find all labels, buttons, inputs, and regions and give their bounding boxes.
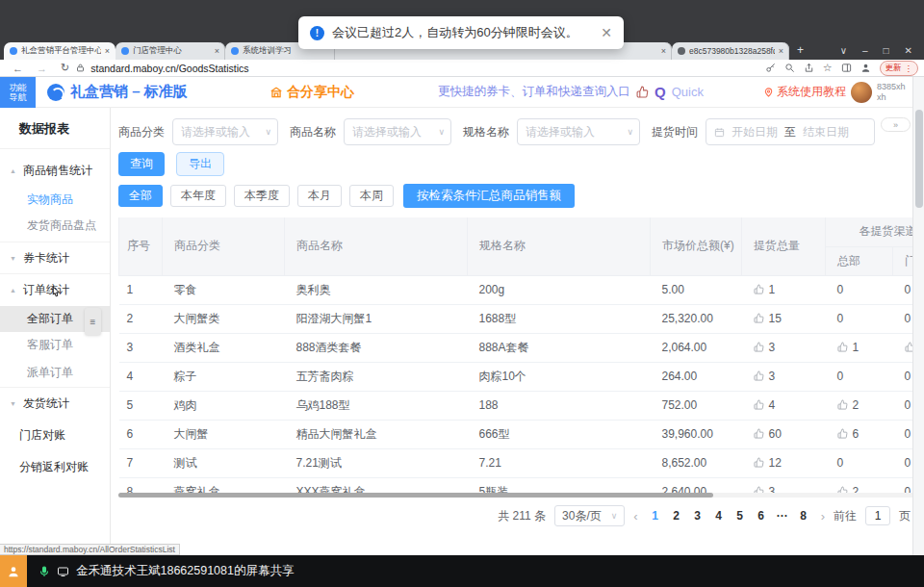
window-close-button[interactable]: ✕: [905, 45, 912, 56]
category-select[interactable]: 请选择或输入 ∨: [172, 118, 278, 145]
browser-tab-5[interactable]: e8c573980b1328a258fd2e6f8 ×: [672, 42, 789, 60]
sidebar-item-dispatch-orders[interactable]: 派单订单: [0, 358, 110, 388]
profile-icon[interactable]: [860, 63, 871, 73]
tab-close-icon[interactable]: ×: [779, 46, 783, 56]
forward-icon[interactable]: →: [37, 63, 47, 74]
col-category: 商品分类: [163, 217, 285, 275]
date-start-placeholder: 开始日期: [732, 124, 778, 140]
quick-search-entry[interactable]: 更快捷的券卡、订单和快递查询入口 Q Quick: [438, 84, 704, 100]
page-number[interactable]: 3: [689, 509, 706, 523]
app-title: 礼盒营销 – 标准版: [70, 83, 188, 101]
maximize-button[interactable]: □: [884, 45, 889, 56]
filter-collapse-button[interactable]: »: [881, 117, 911, 132]
pickup-date-range[interactable]: 开始日期 至 结束日期: [706, 118, 875, 145]
new-tab-button[interactable]: +: [797, 43, 804, 57]
pickup-count-cell: 12: [742, 448, 826, 477]
tab-this-month[interactable]: 本月: [297, 185, 342, 207]
page-number[interactable]: 6: [753, 509, 770, 523]
caret-down-icon: ▼: [10, 255, 17, 262]
url-text[interactable]: standard.maboy.cn/GoodsStatistics: [90, 63, 248, 74]
export-button[interactable]: 导出: [176, 152, 224, 176]
page-number[interactable]: 1: [647, 509, 664, 523]
col-market-price: 市场价总额(¥): [651, 217, 742, 275]
function-nav-button[interactable]: 功能 导航: [0, 77, 36, 108]
vscroll-thumb[interactable]: [915, 110, 923, 208]
pickup-count-cell: 3: [742, 333, 826, 362]
browser-tab-1[interactable]: 礼盒营销平台管理中心 ×: [4, 42, 116, 60]
tab-search-icon[interactable]: ∨: [840, 45, 847, 56]
vertical-scrollbar[interactable]: [912, 77, 924, 555]
warehouse-icon: [270, 86, 283, 99]
bookmark-star-icon[interactable]: ☆: [823, 62, 833, 74]
window-controls: ∨ – □ ✕: [840, 45, 924, 60]
minimize-button[interactable]: –: [862, 45, 868, 56]
chrome-update-button[interactable]: 更新 ⋮: [880, 61, 919, 76]
sidebar-item-service-orders[interactable]: 客服订单: [0, 332, 110, 358]
app-header: 功能 导航 礼盒营销 – 标准版 合分享中心 更快捷的券卡、订单和快递查询入口 …: [0, 77, 924, 108]
table-cell: 8: [119, 477, 163, 493]
next-page-icon[interactable]: ›: [821, 509, 825, 523]
tab-this-week[interactable]: 本周: [349, 185, 394, 207]
zoom-icon[interactable]: [784, 63, 795, 73]
point-hand-icon: [636, 86, 649, 98]
thumb-icon: [837, 486, 848, 493]
page-number[interactable]: 4: [710, 509, 728, 523]
tab-close-icon[interactable]: ×: [215, 46, 219, 56]
sidebar-item-shipment-check[interactable]: 发货商品盘点: [0, 213, 110, 242]
username: 8385xh: [877, 82, 906, 91]
thumb-icon: [754, 428, 764, 439]
sidebar-collapse-handle[interactable]: ≡: [85, 308, 101, 335]
tab-close-icon[interactable]: ×: [661, 46, 666, 56]
double-chevron-icon: »: [893, 120, 898, 130]
table-row: 1零食奥利奥200g5.00100: [119, 275, 915, 304]
tutorial-link[interactable]: 系统使用教程: [763, 84, 846, 100]
sidebar-group-delivery-stats[interactable]: ▼ 发货统计: [0, 388, 110, 420]
summary-by-criteria-button[interactable]: 按检索条件汇总商品销售额: [403, 184, 575, 208]
tab-this-year[interactable]: 本年度: [170, 185, 226, 207]
tab-all[interactable]: 全部: [118, 185, 163, 207]
key-icon[interactable]: [765, 63, 776, 73]
back-icon[interactable]: ←: [13, 63, 23, 74]
sidebar-item-distribution-rebate[interactable]: 分销返利对账: [0, 451, 110, 483]
reload-icon[interactable]: ↻: [61, 62, 69, 74]
table-cell: 200g: [468, 275, 651, 304]
sidebar-item-physical-goods[interactable]: 实物商品: [0, 187, 110, 213]
toast-close-icon[interactable]: ✕: [601, 25, 612, 40]
page-size-select[interactable]: 30条/页 ∨: [554, 505, 625, 526]
pickup-count-cell: 2: [826, 477, 893, 493]
goods-name-select[interactable]: 请选择或输入 ∨: [344, 118, 451, 145]
spec-name-select[interactable]: 请选择或输入 ∨: [517, 118, 640, 145]
filter-label-category: 商品分类: [118, 124, 165, 140]
chrome-menu-icon[interactable]: ⋮: [905, 64, 913, 73]
page-number[interactable]: 2: [668, 509, 685, 523]
prev-page-icon[interactable]: ‹: [633, 509, 637, 523]
pickup-count-cell: 4: [742, 391, 826, 420]
hscroll-thumb[interactable]: [118, 493, 713, 498]
table-cell: 752.00: [651, 391, 742, 420]
sidebar-item-store-reconciliation[interactable]: 门店对账: [0, 420, 110, 451]
sidebar-group-coupon-stats[interactable]: ▼ 券卡统计: [0, 242, 110, 274]
tab-this-quarter[interactable]: 本季度: [234, 185, 290, 207]
share-icon[interactable]: [804, 63, 814, 73]
tab-favicon: [121, 47, 129, 55]
user-menu[interactable]: 8385xhxh: [851, 82, 906, 103]
tab-favicon: [231, 47, 239, 55]
side-panel-icon[interactable]: [841, 63, 852, 73]
tab-close-icon[interactable]: ×: [105, 46, 110, 56]
participant-icon[interactable]: [0, 555, 27, 587]
pickup-count-cell: 2: [826, 391, 893, 420]
page-ellipsis[interactable]: ···: [774, 509, 791, 523]
address-bar-actions: ☆ 更新 ⋮: [765, 61, 918, 76]
search-button[interactable]: 查询: [118, 152, 165, 176]
browser-tab-2[interactable]: 门店管理中心 ×: [116, 42, 225, 60]
goto-page-input[interactable]: 1: [865, 506, 890, 525]
share-center-link[interactable]: 合分享中心: [270, 84, 354, 101]
table-cell: 0: [893, 391, 915, 420]
sidebar-group-goods-sales[interactable]: ▲ 商品销售统计: [0, 155, 110, 187]
horizontal-scrollbar[interactable]: [118, 493, 914, 498]
pickup-count-cell: 1: [742, 275, 826, 304]
page-number[interactable]: 5: [732, 509, 749, 523]
page-number[interactable]: 8: [795, 509, 812, 523]
page-content: 数据报表 ▲ 商品销售统计 实物商品 发货商品盘点 ▼ 券卡统计 ▲ 订单统计 …: [0, 108, 924, 555]
menu-icon: ≡: [90, 317, 96, 327]
